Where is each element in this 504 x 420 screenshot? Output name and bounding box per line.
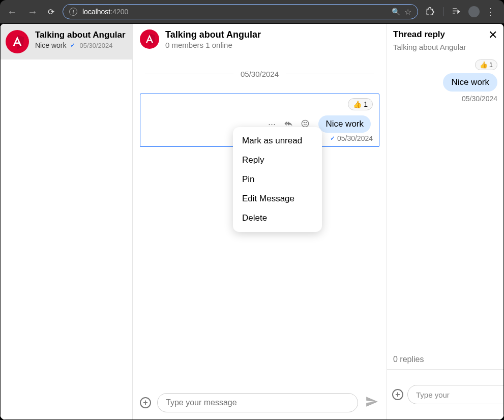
thread-message-input[interactable] xyxy=(407,385,504,404)
site-info-icon[interactable]: i xyxy=(69,8,77,16)
profile-avatar[interactable] xyxy=(468,6,480,17)
browser-toolbar: ← → ⟳ i localhost:4200 🔍 ☆ ⋮ xyxy=(0,0,504,23)
close-thread-button[interactable]: ✕ xyxy=(488,29,497,41)
address-bar[interactable]: i localhost:4200 🔍 ☆ xyxy=(63,4,418,19)
send-button[interactable] xyxy=(364,395,379,410)
thumbs-up-icon: 👍 xyxy=(353,100,362,108)
channel-date: 05/30/2024 xyxy=(79,42,112,49)
channel-item[interactable]: Talking about Angular Nice work ✓ 05/30/… xyxy=(1,24,132,59)
thread-reaction-pill[interactable]: 👍 1 xyxy=(475,59,497,70)
channel-name: Talking about Angular xyxy=(35,30,127,40)
svg-point-9 xyxy=(304,122,305,123)
chat-pane: Talking about Angular 0 members 1 online… xyxy=(133,24,387,419)
message[interactable]: 👍 1 ⋯ Nice work ✓ 05/30/2024 xyxy=(140,94,379,147)
reaction-count: 1 xyxy=(489,61,493,69)
thread-replies-count: 0 replies xyxy=(387,350,503,370)
message-context-menu: Mark as unread Reply Pin Edit Message De… xyxy=(233,127,322,232)
delivered-check-icon: ✓ xyxy=(330,135,335,142)
message-composer: + xyxy=(133,387,387,419)
zoom-icon[interactable]: 🔍 xyxy=(392,8,400,16)
context-edit[interactable]: Edit Message xyxy=(233,189,322,208)
thread-parent-message: Nice work xyxy=(443,73,497,92)
date-separator: 05/30/2024 xyxy=(145,70,374,78)
reaction-pill[interactable]: 👍 1 xyxy=(348,98,373,110)
context-delete[interactable]: Delete xyxy=(233,208,322,228)
svg-marker-7 xyxy=(150,34,155,46)
context-mark-unread[interactable]: Mark as unread xyxy=(233,131,322,151)
channel-list: Talking about Angular Nice work ✓ 05/30/… xyxy=(1,24,133,419)
message-timestamp: 05/30/2024 xyxy=(337,134,373,142)
reload-button[interactable]: ⟳ xyxy=(46,5,56,19)
svg-point-10 xyxy=(306,122,307,123)
chat-header: Talking about Angular 0 members 1 online xyxy=(133,24,387,54)
chat-app: Talking about Angular Nice work ✓ 05/30/… xyxy=(0,23,504,420)
context-reply[interactable]: Reply xyxy=(233,151,322,170)
reading-list-icon[interactable] xyxy=(450,5,462,19)
message-list: 05/30/2024 👍 1 ⋯ Nice work xyxy=(133,54,387,387)
svg-marker-3 xyxy=(458,10,460,13)
chat-title: Talking about Angular xyxy=(165,29,379,40)
thread-title: Thread reply xyxy=(393,29,445,41)
thread-attach-button[interactable]: + xyxy=(392,389,403,400)
reaction-count: 1 xyxy=(364,100,368,108)
forward-button[interactable]: → xyxy=(25,4,40,20)
url-text: localhost:4200 xyxy=(82,8,387,16)
read-check-icon: ✓ xyxy=(70,42,75,49)
angular-logo-icon xyxy=(140,29,159,49)
thread-timestamp: 05/30/2024 xyxy=(393,92,497,103)
svg-marker-5 xyxy=(17,35,24,49)
message-text: Nice work xyxy=(318,115,371,133)
bookmark-icon[interactable]: ☆ xyxy=(404,7,411,17)
extensions-icon[interactable] xyxy=(424,5,437,19)
thread-messages: 👍 1 Nice work 05/30/2024 xyxy=(387,56,503,350)
back-button[interactable]: ← xyxy=(5,4,19,20)
browser-menu-icon[interactable]: ⋮ xyxy=(486,6,495,17)
message-input[interactable] xyxy=(157,393,358,412)
attach-button[interactable]: + xyxy=(140,397,151,408)
channel-preview: Nice work xyxy=(35,41,66,49)
thread-subtitle: Talking about Angular xyxy=(387,43,503,56)
svg-point-8 xyxy=(302,120,309,127)
chat-subtitle: 0 members 1 online xyxy=(165,41,379,49)
angular-logo-icon xyxy=(6,30,29,53)
thread-panel: Thread reply ✕ Talking about Angular 👍 1… xyxy=(387,24,503,419)
thread-composer: + xyxy=(387,370,503,419)
thumbs-up-icon: 👍 xyxy=(480,61,488,69)
context-pin[interactable]: Pin xyxy=(233,170,322,189)
